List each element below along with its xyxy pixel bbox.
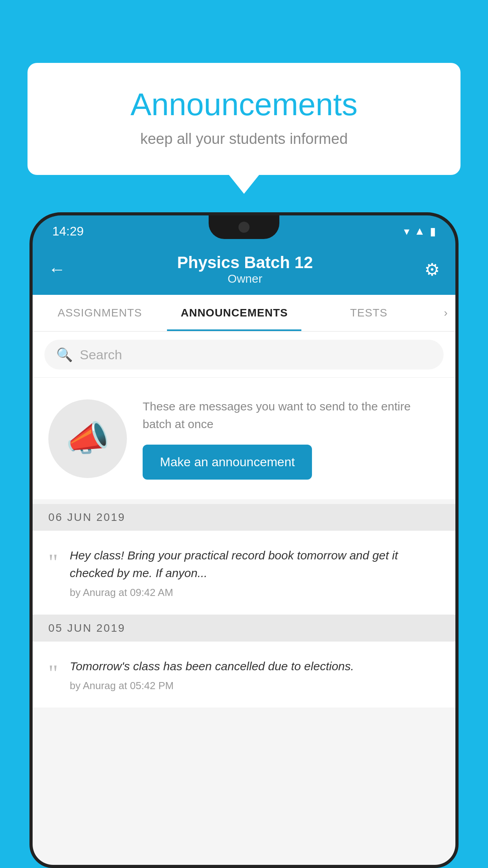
wifi-icon: ▾ <box>404 225 409 238</box>
quote-icon-1: " <box>48 550 58 574</box>
status-time: 14:29 <box>52 224 84 239</box>
user-role: Owner <box>177 272 313 285</box>
announcement-text-2: Tomorrow's class has been cancelled due … <box>70 657 440 675</box>
announcement-content-1: Hey class! Bring your practical record b… <box>70 546 440 599</box>
search-bar: 🔍 Search <box>33 332 455 378</box>
announcement-prompt: 📣 These are messages you want to send to… <box>33 378 455 504</box>
announcement-text-1: Hey class! Bring your practical record b… <box>70 546 440 582</box>
search-input[interactable]: Search <box>80 347 122 362</box>
header-center: Physics Batch 12 Owner <box>177 253 313 285</box>
announcement-content-2: Tomorrow's class has been cancelled due … <box>70 657 440 692</box>
tab-more[interactable]: › <box>436 295 455 331</box>
tab-tests[interactable]: TESTS <box>301 295 436 331</box>
prompt-text: These are messages you want to send to t… <box>143 397 440 433</box>
quote-icon-2: " <box>48 661 58 685</box>
battery-icon: ▮ <box>430 225 436 238</box>
signal-icon: ▲ <box>414 225 425 237</box>
bubble-title: Announcements <box>59 86 429 123</box>
date-separator-2: 05 JUN 2019 <box>33 615 455 642</box>
tabs-container: ASSIGNMENTS ANNOUNCEMENTS TESTS › <box>33 295 455 332</box>
make-announcement-button[interactable]: Make an announcement <box>143 445 312 480</box>
settings-icon[interactable]: ⚙ <box>424 259 440 280</box>
announcement-meta-2: by Anurag at 05:42 PM <box>70 680 440 692</box>
status-icons: ▾ ▲ ▮ <box>404 225 436 238</box>
search-icon: 🔍 <box>56 347 73 362</box>
back-button[interactable]: ← <box>48 259 66 279</box>
announcement-item-1[interactable]: " Hey class! Bring your practical record… <box>33 531 455 615</box>
tab-assignments[interactable]: ASSIGNMENTS <box>33 295 167 331</box>
app-header: ← Physics Batch 12 Owner ⚙ <box>33 244 455 295</box>
announcement-meta-1: by Anurag at 09:42 AM <box>70 587 440 599</box>
volume-up-button <box>29 353 31 384</box>
search-input-container[interactable]: 🔍 Search <box>44 340 444 370</box>
megaphone-icon: 📣 <box>66 418 110 459</box>
date-separator-1: 06 JUN 2019 <box>33 504 455 531</box>
phone-frame: 14:29 ▾ ▲ ▮ ← Physics Batch 12 Owner ⚙ A… <box>29 212 459 868</box>
speech-bubble: Announcements keep all your students inf… <box>28 63 460 175</box>
prompt-right: These are messages you want to send to t… <box>143 397 440 480</box>
phone-notch <box>209 215 279 239</box>
megaphone-circle: 📣 <box>48 399 127 478</box>
phone-mockup: 14:29 ▾ ▲ ▮ ← Physics Batch 12 Owner ⚙ A… <box>29 212 459 868</box>
speech-bubble-section: Announcements keep all your students inf… <box>28 63 460 175</box>
tab-announcements[interactable]: ANNOUNCEMENTS <box>167 295 301 331</box>
power-button <box>457 373 459 424</box>
volume-down-button <box>29 396 31 428</box>
announcement-item-2[interactable]: " Tomorrow's class has been cancelled du… <box>33 642 455 708</box>
camera <box>238 222 250 233</box>
bubble-subtitle: keep all your students informed <box>59 131 429 147</box>
content-area: 🔍 Search 📣 These are messages you want t… <box>33 332 455 868</box>
batch-title: Physics Batch 12 <box>177 253 313 272</box>
